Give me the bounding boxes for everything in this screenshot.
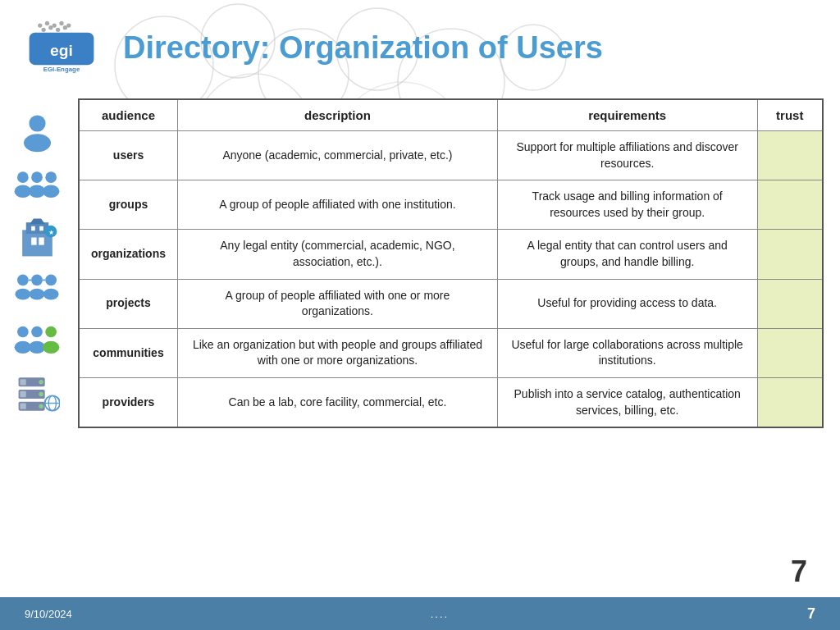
audience-cell: groups bbox=[79, 180, 178, 230]
requirements-cell: Useful for providing access to data. bbox=[497, 279, 757, 328]
svg-point-22 bbox=[17, 171, 29, 183]
svg-rect-58 bbox=[20, 403, 25, 409]
trust-cell bbox=[757, 180, 823, 230]
logo: egi EGI-Engage bbox=[16, 20, 107, 77]
communities-icon bbox=[12, 317, 62, 367]
svg-point-11 bbox=[59, 21, 63, 25]
requirements-cell: A legal entity that can control users an… bbox=[497, 230, 757, 279]
svg-point-40 bbox=[43, 289, 59, 300]
description-cell: Can be a lab, core facility, commercial,… bbox=[178, 377, 498, 427]
requirements-cell: Support for multiple affiliations and di… bbox=[497, 131, 757, 180]
svg-rect-30 bbox=[31, 237, 36, 244]
svg-point-27 bbox=[43, 185, 60, 197]
description-cell: Anyone (academic, commercial, private, e… bbox=[178, 131, 498, 180]
trust-cell bbox=[757, 131, 823, 180]
svg-point-53 bbox=[39, 380, 43, 385]
svg-point-20 bbox=[29, 116, 45, 132]
description-cell: Like an organization but with people and… bbox=[178, 328, 498, 377]
svg-text:★: ★ bbox=[48, 229, 53, 236]
svg-rect-31 bbox=[39, 237, 43, 244]
page-title: Directory: Organization of Users bbox=[123, 31, 603, 66]
table-row: projectsA group of people affiliated wit… bbox=[79, 279, 823, 328]
footer-date: 9/10/2024 bbox=[25, 608, 72, 620]
description-cell: A group of people affiliated with one or… bbox=[178, 279, 498, 328]
svg-point-39 bbox=[45, 274, 57, 285]
svg-point-50 bbox=[43, 341, 60, 354]
audience-cell: organizations bbox=[79, 230, 178, 279]
col-description: description bbox=[178, 99, 498, 131]
requirements-cell: Useful for large collaborations across m… bbox=[497, 328, 757, 377]
icons-column: ★ bbox=[8, 98, 74, 428]
requirements-cell: Publish into a service catalog, authenti… bbox=[497, 377, 757, 427]
egi-logo: egi EGI-Engage bbox=[25, 20, 98, 77]
trust-cell bbox=[757, 230, 823, 279]
user-icon bbox=[12, 108, 62, 158]
footer-dots: .... bbox=[431, 608, 449, 620]
trust-cell bbox=[757, 328, 823, 377]
table-row: communitiesLike an organization but with… bbox=[79, 328, 823, 377]
table-row: providersCan be a lab, core facility, co… bbox=[79, 377, 823, 427]
svg-text:egi: egi bbox=[50, 42, 73, 59]
col-requirements: requirements bbox=[497, 99, 757, 131]
svg-point-12 bbox=[66, 23, 71, 27]
data-table: audience description requirements trust … bbox=[78, 98, 824, 428]
svg-rect-33 bbox=[39, 226, 43, 231]
footer: 9/10/2024 .... 7 bbox=[0, 597, 840, 630]
page-number-display: 7 bbox=[791, 555, 807, 589]
table-row: groupsA group of people affiliated with … bbox=[79, 180, 823, 230]
audience-cell: users bbox=[79, 131, 178, 180]
svg-point-15 bbox=[56, 28, 60, 32]
groups-icon bbox=[12, 161, 62, 210]
svg-point-16 bbox=[63, 25, 67, 30]
svg-rect-32 bbox=[31, 226, 35, 231]
svg-point-10 bbox=[52, 23, 57, 27]
trust-cell bbox=[757, 279, 823, 328]
svg-point-56 bbox=[39, 392, 43, 397]
main-content: ★ bbox=[0, 90, 840, 436]
trust-cell bbox=[757, 377, 823, 427]
audience-cell: communities bbox=[79, 328, 178, 377]
providers-icon bbox=[12, 369, 62, 418]
requirements-cell: Track usage and billing information of r… bbox=[497, 180, 757, 230]
col-audience: audience bbox=[79, 99, 178, 131]
svg-point-9 bbox=[45, 21, 49, 25]
svg-point-8 bbox=[38, 23, 42, 27]
svg-point-37 bbox=[17, 274, 29, 285]
svg-point-45 bbox=[17, 326, 29, 338]
svg-point-47 bbox=[31, 326, 43, 338]
svg-rect-55 bbox=[20, 391, 25, 397]
audience-cell: projects bbox=[79, 279, 178, 328]
table-row: organizationsAny legal entity (commercia… bbox=[79, 230, 823, 279]
description-cell: A group of people affiliated with one in… bbox=[178, 180, 498, 230]
svg-text:EGI-Engage: EGI-Engage bbox=[43, 66, 80, 73]
svg-point-42 bbox=[30, 289, 45, 300]
svg-point-14 bbox=[48, 25, 52, 30]
svg-point-24 bbox=[31, 171, 43, 183]
svg-point-13 bbox=[42, 28, 46, 32]
table-container: audience description requirements trust … bbox=[78, 98, 824, 428]
svg-point-59 bbox=[39, 404, 43, 409]
svg-marker-34 bbox=[30, 218, 44, 223]
svg-point-41 bbox=[31, 274, 43, 285]
col-trust: trust bbox=[757, 99, 823, 131]
footer-page: 7 bbox=[807, 605, 815, 623]
audience-cell: providers bbox=[79, 377, 178, 427]
projects-icon bbox=[12, 265, 62, 314]
header: egi EGI-Engage Directory: Organization o… bbox=[0, 0, 840, 90]
organizations-icon: ★ bbox=[12, 212, 62, 262]
svg-point-49 bbox=[45, 326, 57, 338]
table-row: usersAnyone (academic, commercial, priva… bbox=[79, 131, 823, 180]
description-cell: Any legal entity (commercial, academic, … bbox=[178, 230, 498, 279]
svg-rect-52 bbox=[20, 379, 25, 385]
svg-point-21 bbox=[24, 135, 51, 153]
svg-point-38 bbox=[15, 289, 30, 300]
svg-point-26 bbox=[45, 171, 57, 183]
